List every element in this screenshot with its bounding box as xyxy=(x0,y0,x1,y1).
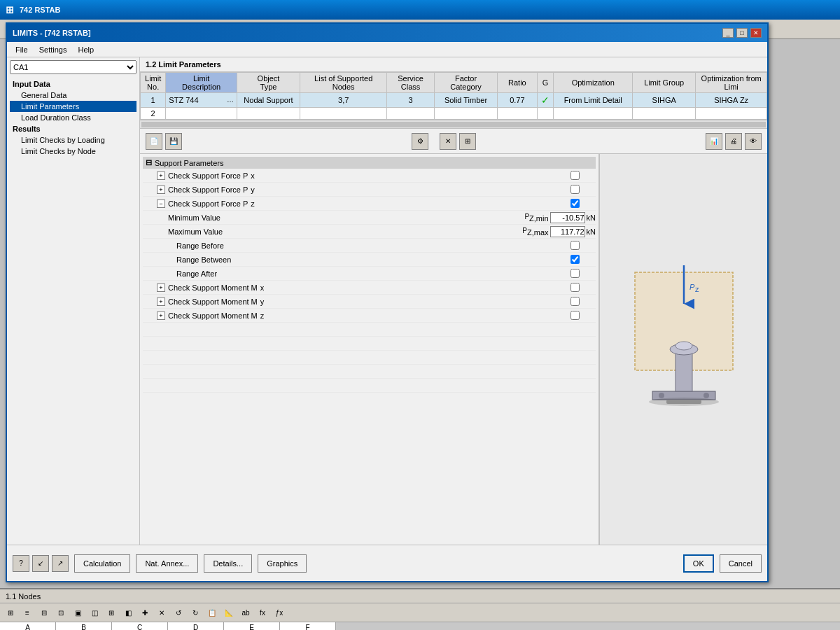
app-titlebar: ⊞ 742 RSTAB xyxy=(0,0,840,20)
section-header: 1.2 Limit Parameters xyxy=(140,57,767,72)
param-value-area-min: PZ,min kN xyxy=(512,212,596,223)
param-row-my: + Check Support Moment My xyxy=(143,295,596,309)
sidebar-item-input-data[interactable]: Input Data xyxy=(10,78,136,90)
expand-py[interactable]: + xyxy=(157,186,165,194)
table-row[interactable]: 2 xyxy=(141,108,767,120)
param-check-px xyxy=(554,171,596,180)
param-text-my: Check Support Moment M xyxy=(168,298,258,306)
status-btn-4[interactable]: ⊡ xyxy=(53,605,69,620)
params-inner: ⊟ Support Parameters + Check Support For… xyxy=(140,154,598,396)
cancel-button[interactable]: Cancel xyxy=(720,554,762,573)
expand-pz[interactable]: − xyxy=(157,200,165,208)
toolbar-table-btn-2[interactable]: 💾 xyxy=(165,133,182,150)
checkbox-mx[interactable] xyxy=(570,283,580,292)
param-sub-mx: x xyxy=(260,284,265,292)
svg-text:P: P xyxy=(690,283,695,291)
preview-panel: P z xyxy=(599,154,767,545)
cell-ratio-2 xyxy=(498,108,537,120)
status-btn-16[interactable]: fx xyxy=(255,605,270,620)
lower-area: ⊟ Support Parameters + Check Support For… xyxy=(140,154,767,545)
expand-mz[interactable]: + xyxy=(157,312,165,320)
input-max-value[interactable] xyxy=(550,226,585,237)
menu-help[interactable]: Help xyxy=(72,44,99,55)
minimize-button[interactable]: _ xyxy=(722,28,734,38)
status-btn-12[interactable]: ↻ xyxy=(188,605,203,620)
param-row-empty-1 xyxy=(143,323,596,337)
status-btn-11[interactable]: ↺ xyxy=(171,605,186,620)
param-sub-mz: z xyxy=(260,312,265,320)
checkbox-mz[interactable] xyxy=(570,311,580,320)
status-btn-8[interactable]: ◧ xyxy=(120,605,136,620)
scrollbar-track[interactable] xyxy=(141,122,766,127)
toolbar-table-btn-7[interactable]: 🖨 xyxy=(725,133,742,150)
status-btn-17[interactable]: ƒx xyxy=(272,605,287,620)
param-value-area-max: PZ,max kN xyxy=(512,226,596,237)
ok-button[interactable]: OK xyxy=(683,554,714,573)
import-button[interactable]: ↙ xyxy=(32,555,49,572)
status-btn-10[interactable]: ✕ xyxy=(154,605,169,620)
expand-mx[interactable]: + xyxy=(157,284,165,292)
param-check-mx xyxy=(554,283,596,292)
export-button[interactable]: ↗ xyxy=(52,555,69,572)
checkbox-py[interactable] xyxy=(570,185,580,194)
cell-optim-2 xyxy=(554,108,633,120)
sidebar-item-results[interactable]: Results xyxy=(10,123,136,134)
toolbar-table-btn-3[interactable]: ⚙ xyxy=(412,133,428,150)
status-btn-2[interactable]: ≡ xyxy=(20,605,35,620)
status-btn-13[interactable]: 📋 xyxy=(204,605,220,620)
horizontal-scrollbar[interactable] xyxy=(140,120,767,128)
menu-settings[interactable]: Settings xyxy=(34,44,73,55)
param-label-mx: + Check Support Moment Mx xyxy=(143,284,554,292)
param-label-mz: + Check Support Moment Mz xyxy=(143,312,554,320)
details-button[interactable]: Details... xyxy=(204,554,252,573)
param-check-range-between xyxy=(554,255,596,264)
close-button[interactable]: ✕ xyxy=(750,28,762,38)
sidebar-item-load-duration[interactable]: Load Duration Class xyxy=(10,112,136,123)
sidebar-item-limit-parameters[interactable]: Limit Parameters xyxy=(10,101,136,112)
calculation-button[interactable]: Calculation xyxy=(74,554,130,573)
graphics-button[interactable]: Graphics xyxy=(258,554,307,573)
cell-desc-1[interactable]: STZ 744 … xyxy=(166,93,237,108)
sidebar-item-general-data[interactable]: General Data xyxy=(10,90,136,101)
expand-my[interactable]: + xyxy=(157,298,165,306)
sidebar-item-checks-loading[interactable]: Limit Checks by Loading xyxy=(10,134,136,146)
checkbox-range-between[interactable] xyxy=(570,255,580,264)
toolbar-table-btn-4[interactable]: ✕ xyxy=(440,133,456,150)
toolbar-table-btn-6[interactable]: 📊 xyxy=(706,133,722,150)
checkbox-px[interactable] xyxy=(570,171,580,180)
status-btn-14[interactable]: 📐 xyxy=(221,605,237,620)
status-btn-6[interactable]: ◫ xyxy=(87,605,102,620)
param-row-empty-2 xyxy=(143,337,596,351)
status-btn-7[interactable]: ⊞ xyxy=(104,605,119,620)
status-cell-d: D xyxy=(168,622,224,630)
status-btn-1[interactable]: ⊞ xyxy=(3,605,18,620)
maximize-button[interactable]: □ xyxy=(736,28,748,38)
status-btn-15[interactable]: ab xyxy=(238,605,253,620)
table-row[interactable]: 1 STZ 744 … Nodal Support 3,7 3 Solid Ti… xyxy=(141,93,767,108)
input-min-value[interactable] xyxy=(550,212,585,223)
expand-px[interactable]: + xyxy=(157,172,165,180)
params-header[interactable]: ⊟ Support Parameters xyxy=(143,157,596,169)
toolbar-table-btn-5[interactable]: ⊞ xyxy=(459,133,476,150)
checkbox-range-before[interactable] xyxy=(570,241,580,250)
help-button[interactable]: ? xyxy=(13,555,29,572)
status-btn-5[interactable]: ▣ xyxy=(70,605,85,620)
nat-annex-button[interactable]: Nat. Annex... xyxy=(136,554,198,573)
toolbar-table-btn-8[interactable]: 👁 xyxy=(745,133,762,150)
status-btn-9[interactable]: ✚ xyxy=(137,605,153,620)
checkbox-pz[interactable] xyxy=(570,199,580,208)
param-label-range-after: Range After xyxy=(143,270,554,278)
menu-file[interactable]: File xyxy=(10,44,34,55)
checkbox-my[interactable] xyxy=(570,297,580,306)
pz-min-label: PZ,min xyxy=(524,213,548,223)
param-label-range-between: Range Between xyxy=(143,255,554,264)
status-btn-3[interactable]: ⊟ xyxy=(36,605,52,620)
sidebar-item-checks-node[interactable]: Limit Checks by Node xyxy=(10,146,136,157)
ca-dropdown[interactable]: CA1 xyxy=(10,60,136,74)
col-header-factor: FactorCategory xyxy=(434,73,497,93)
toolbar-table-btn-1[interactable]: 📄 xyxy=(146,133,162,150)
param-row-mx: + Check Support Moment Mx xyxy=(143,281,596,295)
preview-image: P z xyxy=(607,251,761,447)
svg-rect-8 xyxy=(676,349,692,391)
checkbox-range-after[interactable] xyxy=(570,269,580,278)
